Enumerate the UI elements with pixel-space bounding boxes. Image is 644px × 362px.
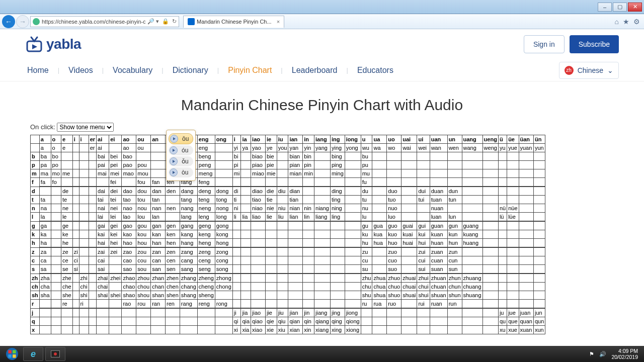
final-o[interactable]: o [51, 135, 61, 144]
syllable-xiong[interactable]: xiong [345, 326, 361, 334]
syllable-wo[interactable]: wo [387, 144, 401, 152]
syllable-shuan[interactable]: shuan [430, 291, 447, 300]
syllable-lao[interactable]: lao [122, 213, 136, 222]
syllable-zei[interactable]: zei [109, 247, 122, 256]
syllable-cun[interactable]: cun [447, 256, 462, 265]
syllable-xiang[interactable]: xiang [314, 326, 331, 334]
syllable-tu[interactable]: tu [361, 196, 372, 204]
syllable-cuan[interactable]: cuan [430, 256, 447, 265]
initial-c[interactable]: c [31, 256, 40, 265]
tools-icon[interactable]: ⚙ [633, 18, 640, 26]
tone-menu[interactable]: ōuóuǒuòu [166, 130, 196, 181]
syllable-ao[interactable]: ao [122, 144, 136, 152]
syllable-bian[interactable]: bian [288, 152, 303, 161]
syllable-zhua[interactable]: zhua [372, 274, 387, 283]
syllable-de[interactable]: de [61, 187, 72, 196]
syllable-huo[interactable]: huo [387, 239, 401, 248]
initial-z[interactable]: z [31, 247, 40, 256]
syllable-guo[interactable]: guo [387, 221, 401, 230]
syllable-shan[interactable]: shan [151, 291, 166, 300]
syllable-chun[interactable]: chun [447, 283, 462, 291]
home-icon[interactable]: ⌂ [615, 18, 619, 26]
syllable-chai[interactable]: chai [97, 283, 109, 291]
syllable-zeng[interactable]: zeng [197, 247, 215, 256]
syllable-ci[interactable]: ci [72, 256, 79, 265]
syllable-jiang[interactable]: jiang [314, 308, 331, 317]
syllable-lüe[interactable]: lüe [507, 213, 519, 222]
syllable-tou[interactable]: tou [136, 196, 151, 204]
syllable-gui[interactable]: gui [417, 221, 430, 230]
initial-x[interactable]: x [31, 326, 40, 334]
syllable-qu[interactable]: qu [498, 317, 507, 326]
minimize-button[interactable]: – [598, 3, 612, 12]
syllable-chua[interactable]: chua [372, 283, 387, 291]
syllable-zong[interactable]: zong [215, 247, 232, 256]
syllable-nian[interactable]: nian [288, 204, 303, 213]
syllable-ren[interactable]: ren [166, 300, 180, 309]
system-tray[interactable]: ⚑ 🔊 4:09 PM 20/02/2019 [589, 348, 641, 360]
initial-f[interactable]: f [31, 178, 40, 187]
syllable-mai[interactable]: mai [97, 169, 109, 178]
final-uan[interactable]: uan [430, 135, 447, 144]
syllable-cai[interactable]: cai [97, 256, 109, 265]
signin-button[interactable]: Sign in [524, 35, 565, 53]
syllable-lai[interactable]: lai [97, 213, 109, 222]
syllable-jue[interactable]: jue [507, 308, 519, 317]
initial-r[interactable]: r [31, 300, 40, 309]
tab-close-icon[interactable]: × [277, 19, 280, 25]
syllable-pa[interactable]: pa [39, 161, 51, 169]
syllable-zhuo[interactable]: zhuo [387, 274, 401, 283]
syllable-guan[interactable]: guan [430, 221, 447, 230]
syllable-lin[interactable]: lin [303, 213, 314, 222]
syllable-tiao[interactable]: tiao [251, 196, 266, 204]
syllable-po[interactable]: po [51, 161, 61, 169]
syllable-kan[interactable]: kan [151, 230, 166, 239]
syllable-dang[interactable]: dang [180, 187, 197, 196]
syllable-nei[interactable]: nei [109, 204, 122, 213]
syllable-shai[interactable]: shai [97, 291, 109, 300]
syllable-sou[interactable]: sou [136, 265, 151, 274]
syllable-xiao[interactable]: xiao [251, 326, 266, 334]
syllable-rua[interactable]: rua [372, 300, 387, 309]
syllable-zan[interactable]: zan [151, 247, 166, 256]
syllable-chou[interactable]: chou [136, 283, 151, 291]
nav-item-vocabulary[interactable]: Vocabulary [111, 66, 154, 75]
final-ou[interactable]: ou [136, 135, 151, 144]
syllable-gen[interactable]: gen [166, 221, 180, 230]
syllable-fan[interactable]: fan [151, 178, 166, 187]
syllable-ceng[interactable]: ceng [197, 256, 215, 265]
initial-j[interactable]: j [31, 308, 40, 317]
syllable-zun[interactable]: zun [447, 247, 462, 256]
syllable-tei[interactable]: tei [109, 196, 122, 204]
syllable-mian[interactable]: mian [288, 169, 303, 178]
syllable-diu[interactable]: diu [277, 187, 288, 196]
onclick-select[interactable]: Show tone menu [57, 123, 114, 132]
syllable-tan[interactable]: tan [151, 196, 166, 204]
syllable-luo[interactable]: luo [387, 213, 401, 222]
syllable-bo[interactable]: bo [51, 152, 61, 161]
syllable-zhai[interactable]: zhai [97, 274, 109, 283]
syllable-rang[interactable]: rang [180, 300, 197, 309]
syllable-seng[interactable]: seng [197, 265, 215, 274]
syllable-hei[interactable]: hei [109, 239, 122, 248]
syllable-qi[interactable]: qi [232, 317, 241, 326]
syllable-ruan[interactable]: ruan [430, 300, 447, 309]
syllable-ma[interactable]: ma [39, 169, 51, 178]
forward-button[interactable]: → [16, 15, 29, 28]
syllable-liao[interactable]: liao [251, 213, 266, 222]
syllable-zhou[interactable]: zhou [136, 274, 151, 283]
syllable-chan[interactable]: chan [151, 283, 166, 291]
syllable-chong[interactable]: chong [215, 283, 232, 291]
syllable-ke[interactable]: ke [61, 230, 72, 239]
initial-zh[interactable]: zh [31, 274, 40, 283]
syllable-xiu[interactable]: xiu [277, 326, 288, 334]
syllable-lan[interactable]: lan [151, 213, 166, 222]
final-i[interactable]: i [79, 135, 89, 144]
syllable-hu[interactable]: hu [361, 239, 372, 248]
syllable-jie[interactable]: jie [265, 308, 277, 317]
syllable-zhu[interactable]: zhu [361, 274, 372, 283]
syllable-qin[interactable]: qin [303, 317, 314, 326]
syllable-cen[interactable]: cen [166, 256, 180, 265]
syllable-zai[interactable]: zai [97, 247, 109, 256]
syllable-shen[interactable]: shen [166, 291, 180, 300]
